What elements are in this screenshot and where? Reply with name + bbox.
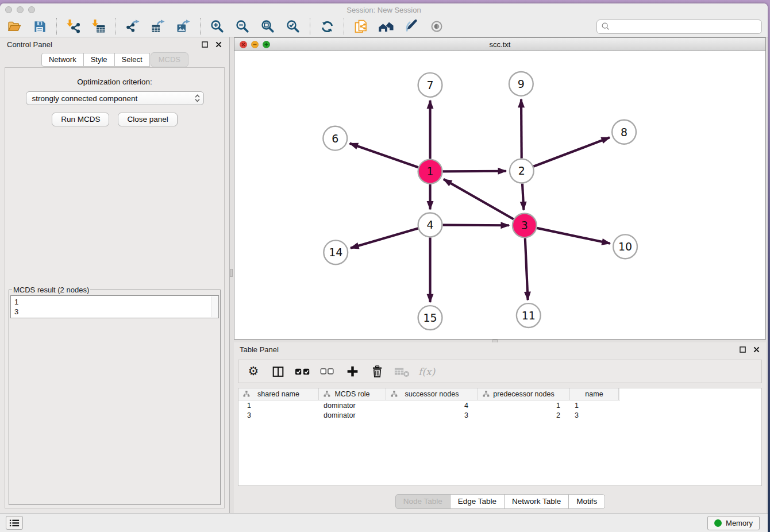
cell-mcds-role[interactable]: dominator (319, 400, 386, 410)
svg-text:6: 6 (332, 132, 338, 145)
refresh-button[interactable] (318, 18, 336, 35)
tab-select[interactable]: Select (114, 53, 150, 67)
network-window-close-button[interactable] (240, 41, 247, 48)
float-panel-button[interactable] (201, 41, 209, 49)
network-canvas-svg[interactable]: 1234678910111415 (234, 52, 765, 339)
hide-details-button[interactable] (428, 18, 445, 35)
graph-node-7[interactable]: 7 (418, 73, 442, 97)
visual-styles-button[interactable] (403, 18, 420, 35)
table-row[interactable]: 3 dominator 3 2 3 (238, 410, 761, 420)
criterion-select[interactable]: strongly connected component (26, 91, 204, 105)
graph-edge-1-2[interactable] (442, 171, 506, 172)
column-header-mcds-role[interactable]: MCDS role (319, 388, 386, 400)
float-table-panel-button[interactable] (738, 345, 746, 353)
scrollbar-track[interactable] (211, 296, 218, 317)
column-header-shared-name[interactable]: shared name (238, 388, 319, 400)
export-network-button[interactable] (124, 18, 141, 35)
create-column-button[interactable] (344, 363, 360, 380)
graph-edge-3-11[interactable] (525, 238, 528, 300)
import-table-icon (91, 19, 106, 34)
network-window-minimize-button[interactable] (251, 41, 259, 48)
graph-node-15[interactable]: 15 (418, 306, 442, 330)
save-session-button[interactable] (31, 18, 48, 35)
graph-edge-3-1[interactable] (444, 179, 514, 219)
cell-mcds-role[interactable]: dominator (319, 410, 386, 420)
graph-node-11[interactable]: 11 (517, 303, 541, 327)
zoom-selected-button[interactable] (284, 18, 302, 35)
cell-predecessor-nodes[interactable]: 2 (478, 410, 570, 420)
select-all-columns-button[interactable] (295, 363, 311, 380)
graph-node-1[interactable]: 1 (418, 160, 442, 184)
cell-successor-nodes[interactable]: 4 (386, 400, 478, 410)
graph-node-10[interactable]: 10 (613, 234, 637, 259)
cell-shared-name[interactable]: 1 (238, 400, 319, 410)
clone-network-icon (353, 19, 369, 34)
close-table-panel-button[interactable] (752, 345, 760, 353)
network-window-zoom-button[interactable] (263, 41, 270, 48)
tree-icon (391, 391, 398, 398)
memory-status-dot (714, 519, 722, 527)
tab-node-table[interactable]: Node Table (395, 494, 451, 509)
export-image-button[interactable] (175, 18, 192, 35)
zoom-out-icon (235, 19, 250, 34)
zoom-in-button[interactable] (209, 18, 226, 35)
column-header-successor-nodes[interactable]: successor nodes (386, 388, 478, 400)
clone-network-button[interactable] (352, 18, 369, 35)
cell-shared-name[interactable]: 3 (238, 410, 319, 420)
window-close-button[interactable] (5, 6, 12, 13)
import-table-button[interactable] (90, 18, 107, 35)
graph-node-3[interactable]: 3 (513, 213, 537, 237)
graph-edge-3-10[interactable] (537, 228, 610, 244)
tab-motifs[interactable]: Motifs (568, 494, 605, 509)
cell-name[interactable]: 3 (570, 410, 619, 420)
table-row[interactable]: 1 dominator 4 1 1 (238, 400, 761, 410)
tab-mcds[interactable]: MCDS (151, 52, 188, 67)
graph-node-8[interactable]: 8 (612, 120, 636, 144)
run-mcds-button[interactable]: Run MCDS (52, 113, 109, 126)
import-network-button[interactable] (65, 18, 82, 35)
close-panel-button-mcds[interactable]: Close panel (118, 113, 177, 126)
graph-node-2[interactable]: 2 (510, 159, 534, 183)
svg-text:4: 4 (427, 218, 434, 231)
graph-node-9[interactable]: 9 (509, 72, 533, 96)
column-header-predecessor-nodes[interactable]: predecessor nodes (478, 388, 570, 400)
mcds-result-list[interactable]: 1 3 (10, 295, 219, 318)
graph-edge-2-9[interactable] (521, 99, 522, 159)
open-session-button[interactable] (6, 18, 23, 35)
tab-network-table[interactable]: Network Table (504, 494, 569, 509)
column-header-name[interactable]: name (570, 388, 619, 400)
tab-network[interactable]: Network (41, 53, 84, 67)
graph-edge-2-8[interactable] (533, 137, 610, 166)
graph-edge-4-3[interactable] (442, 225, 509, 226)
home-button[interactable] (378, 18, 395, 35)
unselect-all-columns-button[interactable] (319, 363, 336, 380)
toolbar-separator (344, 18, 344, 35)
memory-button[interactable]: Memory (707, 516, 760, 530)
tab-edge-table[interactable]: Edge Table (450, 494, 505, 509)
network-canvas[interactable]: 1234678910111415 (234, 52, 765, 339)
graph-edge-1-6[interactable] (350, 144, 418, 168)
graph-node-4[interactable]: 4 (418, 213, 442, 237)
zoom-fit-button[interactable] (259, 18, 276, 35)
close-panel-button[interactable] (214, 41, 222, 49)
window-zoom-button[interactable] (28, 6, 35, 13)
graph-edge-2-3[interactable] (522, 184, 523, 210)
tab-style[interactable]: Style (83, 53, 115, 67)
graph-node-14[interactable]: 14 (324, 240, 348, 264)
cell-successor-nodes[interactable]: 3 (386, 410, 478, 420)
window-minimize-button[interactable] (17, 6, 24, 13)
delete-columns-button[interactable] (369, 363, 385, 380)
splitter-grip-vertical[interactable] (230, 269, 233, 277)
zoom-out-button[interactable] (234, 18, 251, 35)
search-input[interactable] (613, 22, 757, 31)
graph-edge-4-14[interactable] (351, 229, 418, 248)
zoom-in-icon (210, 19, 225, 34)
cell-predecessor-nodes[interactable]: 1 (478, 400, 570, 410)
cell-name[interactable]: 1 (570, 400, 619, 410)
export-table-button[interactable] (149, 18, 167, 35)
task-history-button[interactable] (6, 516, 23, 530)
table-settings-button[interactable]: ⚙ (245, 363, 261, 380)
graph-node-6[interactable]: 6 (323, 126, 347, 151)
show-columns-button[interactable] (270, 363, 286, 380)
mcds-panel: Optimization criterion: strongly connect… (5, 67, 225, 508)
